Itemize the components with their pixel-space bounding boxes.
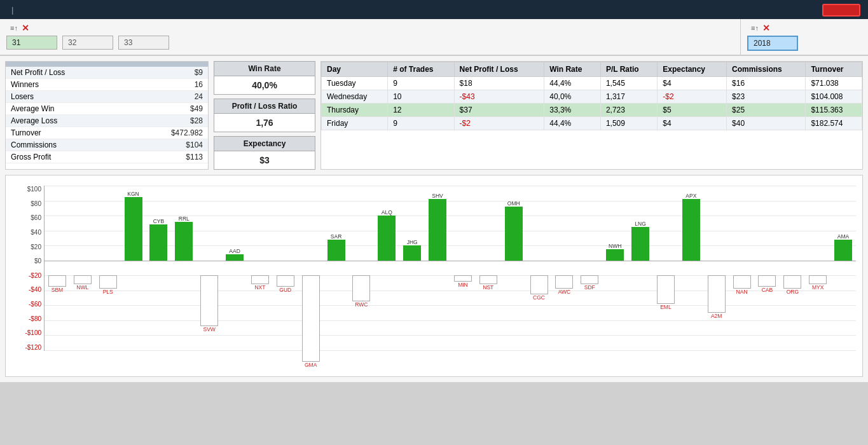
metrics-row: Net Profit / Loss$9 xyxy=(6,67,208,79)
top-panels: Net Profit / Loss$9Winners16Losers24Aver… xyxy=(5,61,863,170)
day-table-cell: 1,509 xyxy=(600,117,657,130)
main-content: Net Profit / Loss$9Winners16Losers24Aver… xyxy=(0,56,868,382)
day-table-header-cell: Day xyxy=(322,62,388,77)
header: | xyxy=(0,0,868,19)
bar-positive xyxy=(606,249,624,261)
day-table-cell: 9 xyxy=(388,77,454,90)
bar-item: JHG xyxy=(399,186,425,350)
day-table-cell: $5 xyxy=(658,104,727,117)
bar-negative xyxy=(581,275,598,284)
day-table-cell: $40 xyxy=(727,117,806,130)
day-table-cell: 10 xyxy=(388,90,454,104)
week-selection-panel: ≡↑ ✕ xyxy=(0,19,741,55)
week-inputs-group xyxy=(6,36,734,50)
y-axis-label: $40 xyxy=(31,229,41,236)
bar-ticker-label: RWC xyxy=(349,301,375,308)
refresh-button[interactable] xyxy=(822,4,860,17)
day-table-cell: 2,723 xyxy=(600,104,657,117)
week-input-31[interactable] xyxy=(6,36,57,50)
bar-positive xyxy=(682,199,700,261)
bar-ticker-label: NST xyxy=(476,284,501,291)
metrics-label: Average Loss xyxy=(11,116,57,125)
bar-item: SBM xyxy=(45,186,70,350)
bar-positive xyxy=(226,254,244,260)
bar-positive xyxy=(834,240,852,261)
week-clear-icon[interactable]: ✕ xyxy=(22,23,29,33)
day-table-header-cell: Commissions xyxy=(727,62,806,77)
bar-ticker-label: ALQ xyxy=(374,209,399,216)
day-table-cell: $104.008 xyxy=(806,90,862,104)
year-clear-icon[interactable]: ✕ xyxy=(762,23,770,33)
bar-ticker-label: SHV xyxy=(425,193,450,199)
day-table-cell: $18 xyxy=(454,77,544,90)
metrics-value: $49 xyxy=(190,104,203,113)
bar-ticker-label: NXT xyxy=(247,284,273,291)
metrics-header xyxy=(6,62,208,67)
bar-negative xyxy=(302,275,320,361)
year-selection-label: ≡↑ ✕ xyxy=(747,23,862,33)
metrics-value: $9 xyxy=(195,68,203,77)
bar-positive xyxy=(429,199,446,261)
y-axis-label: $80 xyxy=(31,200,41,207)
bar-ticker-label: SAR xyxy=(324,233,349,240)
chart-y-axis: $100$80$60$40$20$0-$20-$40-$60-$80-$100-… xyxy=(12,186,44,351)
bar-negative xyxy=(783,275,801,289)
day-table-header-cell: Win Rate xyxy=(544,62,601,77)
metrics-row: Winners16 xyxy=(6,79,208,91)
metrics-label: Gross Profit xyxy=(11,153,51,161)
bar-item: EML xyxy=(653,186,679,350)
win-rate-box: Win Rate 40,0% xyxy=(214,61,315,95)
chart-container: $100$80$60$40$20$0-$20-$40-$60-$80-$100-… xyxy=(12,186,856,370)
bar-ticker-label: EML xyxy=(653,304,679,310)
metrics-value: 16 xyxy=(195,80,203,89)
day-table-cell: $115.363 xyxy=(806,104,862,117)
year-filter-icon[interactable]: ≡↑ xyxy=(751,24,759,32)
bar-negative xyxy=(99,275,117,289)
bar-ticker-label: GMA xyxy=(298,362,324,368)
year-selection-panel: ≡↑ ✕ xyxy=(741,19,868,55)
day-table-cell: Wednesday xyxy=(322,90,388,104)
day-table-cell: 1,545 xyxy=(600,77,657,90)
bar-negative xyxy=(657,275,675,304)
week-input-32[interactable] xyxy=(62,36,113,50)
bar-item: AAD xyxy=(222,186,247,350)
bar-item: RRL xyxy=(171,186,196,350)
day-table: Day# of TradesNet Profit / LossWin RateP… xyxy=(321,62,862,130)
metrics-label: Net Profit / Loss xyxy=(11,68,65,77)
day-table-cell: $182.574 xyxy=(806,117,862,130)
year-input[interactable] xyxy=(747,36,798,51)
bar-ticker-label: CAB xyxy=(755,287,780,293)
pl-ratio-box: Profit / Loss Ratio 1,76 xyxy=(214,99,315,132)
bar-negative xyxy=(277,275,294,287)
week-filter-icon[interactable]: ≡↑ xyxy=(10,24,18,32)
bar-positive xyxy=(149,224,167,261)
day-table-panel: Day# of TradesNet Profit / LossWin RateP… xyxy=(320,61,863,170)
bar-positive xyxy=(175,222,193,261)
gridline xyxy=(45,350,856,351)
day-table-header-cell: Net Profit / Loss xyxy=(454,62,544,77)
bar-ticker-label: PLS xyxy=(95,289,121,295)
bar-item: GMA xyxy=(298,186,324,350)
bar-ticker-label: CGC xyxy=(527,294,552,301)
bar-positive xyxy=(327,240,345,261)
bar-ticker-label: KGN xyxy=(121,191,146,197)
metrics-value: 24 xyxy=(195,92,203,101)
day-table-cell: 44,4% xyxy=(544,117,601,130)
bar-ticker-label: SDF xyxy=(577,284,602,291)
bar-ticker-label: SVW xyxy=(196,326,222,332)
bar-item: ALQ xyxy=(374,186,399,350)
bar-ticker-label: AMA xyxy=(830,233,856,240)
bar-item: LNG xyxy=(628,186,653,350)
bar-item: KGN xyxy=(121,186,146,350)
bar-item: CAB xyxy=(755,186,780,350)
y-axis-label: -$80 xyxy=(29,315,41,322)
bar-negative xyxy=(200,275,218,326)
bar-positive xyxy=(631,227,649,261)
y-axis-label: -$100 xyxy=(25,329,41,336)
metrics-row: Gross Profit$113 xyxy=(6,151,208,163)
day-table-row: Thursday12$3733,3%2,723$5$25$115.363 xyxy=(322,104,862,117)
week-input-33[interactable] xyxy=(118,36,169,50)
day-table-cell: -$43 xyxy=(454,90,544,104)
bar-ticker-label: MIN xyxy=(450,282,476,288)
bar-item: AMA xyxy=(830,186,856,350)
